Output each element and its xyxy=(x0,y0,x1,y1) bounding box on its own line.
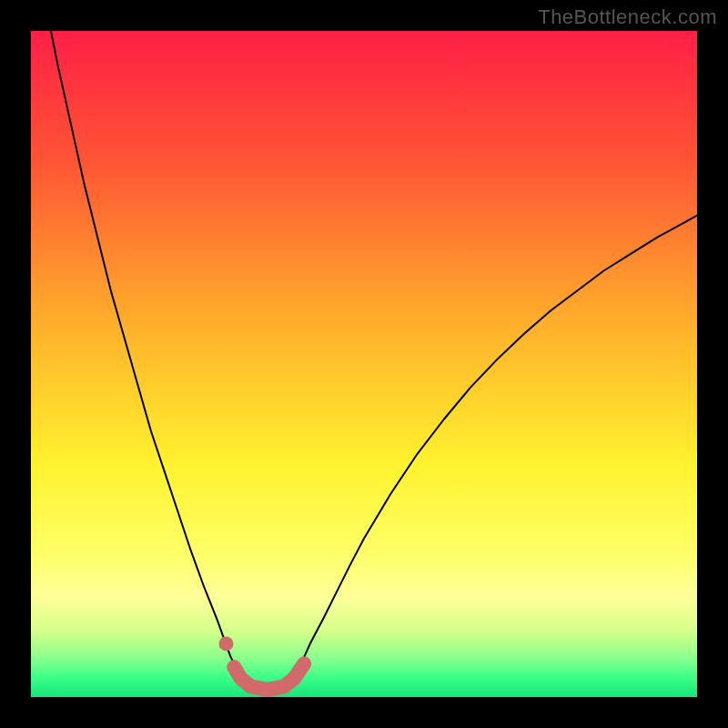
marker-dot xyxy=(218,636,233,651)
chart-container: { "watermark": "TheBottleneck.com", "cha… xyxy=(0,0,728,728)
watermark: TheBottleneck.com xyxy=(538,5,717,29)
chart-svg xyxy=(0,0,728,728)
plot-background xyxy=(31,31,697,697)
